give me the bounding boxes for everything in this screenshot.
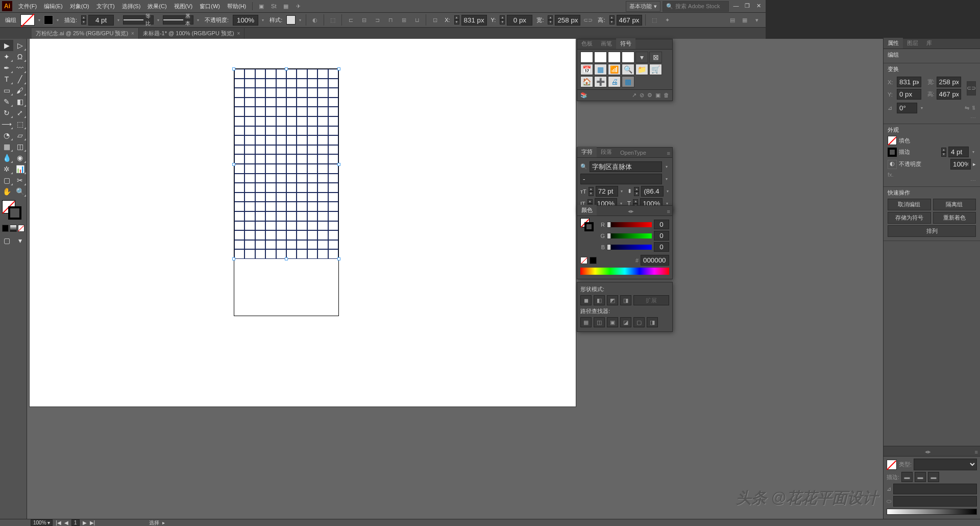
hand-tool[interactable]: ✋ [0, 186, 13, 197]
close-button[interactable]: ✕ [753, 2, 764, 10]
menu-view[interactable]: 视图(V) [171, 1, 196, 12]
symbol-options-icon[interactable]: ⚙ [647, 92, 652, 99]
stroke-profile[interactable]: 等比 [123, 15, 154, 25]
gpu-icon[interactable]: ✈ [293, 2, 303, 11]
stroke-dropdown[interactable]: ▾ [55, 15, 60, 25]
panel-menu-icon[interactable]: ≡ [665, 149, 672, 157]
panel-settings-icon[interactable]: ▦ [739, 14, 750, 26]
close-icon[interactable]: × [131, 31, 134, 36]
menu-help[interactable]: 帮助(H) [224, 1, 249, 12]
delete-symbol-icon[interactable]: 🗑 [664, 92, 669, 99]
bridge-icon[interactable]: ▣ [257, 2, 266, 11]
screen-mode-normal[interactable]: ▢ [0, 235, 13, 246]
tab-brushes[interactable]: 画笔 [597, 38, 616, 49]
symbol-item[interactable] [580, 52, 593, 63]
unite-icon[interactable]: ◼ [580, 295, 592, 305]
menu-file[interactable]: 文件(F) [15, 1, 40, 12]
lasso-tool[interactable]: Ω [13, 51, 27, 62]
symbol-pattern-icon[interactable]: ▩ [622, 76, 634, 87]
tab-swatches[interactable]: 色板 [577, 38, 597, 49]
align-to-icon[interactable]: ⬚ [327, 14, 338, 26]
dock-panels-icon[interactable]: ▤ [727, 14, 738, 26]
pen-tool[interactable]: ✒ [0, 62, 13, 74]
symbol-home-icon[interactable]: 🏠 [580, 76, 593, 87]
color-stroke-swatch[interactable] [584, 222, 594, 231]
g-value[interactable] [654, 231, 669, 241]
x-input[interactable] [461, 15, 487, 26]
exclude-icon[interactable]: ◨ [620, 295, 631, 305]
fill-swatch[interactable] [20, 14, 35, 26]
brush-profile[interactable]: 基本 [163, 15, 193, 25]
graph-tool[interactable]: 📊 [13, 163, 27, 175]
spectrum-picker[interactable] [580, 268, 669, 275]
font-style-input[interactable] [580, 174, 662, 184]
menu-select[interactable]: 选择(S) [119, 1, 144, 12]
shaper-tool[interactable]: ✎ [0, 96, 13, 107]
doc-tab-0[interactable]: 万粉纪念.ai @ 25% (RGB/GPU 预览) × [32, 28, 139, 39]
doc-tab-1[interactable]: 未标题-1* @ 100% (RGB/GPU 预览) × [139, 28, 245, 39]
shape-edit-icon[interactable]: ✦ [662, 14, 673, 26]
menu-type[interactable]: 文字(T) [93, 1, 118, 12]
tab-color[interactable]: 颜色 [577, 205, 597, 216]
panel-menu-icon[interactable]: ▾ [751, 14, 763, 26]
eyedropper-tool[interactable]: 💧 [0, 152, 13, 163]
fill-dropdown[interactable]: ▾ [37, 15, 42, 25]
free-transform-tool[interactable]: ⬚ [13, 118, 27, 130]
symbol-dropdown[interactable]: ▾ [635, 52, 648, 63]
menu-effect[interactable]: 效果(C) [144, 1, 169, 12]
w-input[interactable] [555, 15, 580, 26]
align-hcenter-icon[interactable]: ⊟ [358, 14, 370, 26]
symbol-sprayer-tool[interactable]: ✲ [0, 163, 13, 175]
font-family-input[interactable] [590, 161, 662, 172]
panel-collapse-icon[interactable]: ◂▸ [626, 207, 636, 216]
h-input[interactable] [617, 15, 642, 26]
g-slider[interactable] [607, 233, 652, 238]
sel-handle[interactable] [285, 257, 288, 260]
menu-window[interactable]: 窗口(W) [197, 1, 223, 12]
slice-tool[interactable]: ✂ [13, 175, 27, 186]
sel-handle[interactable] [337, 257, 340, 260]
line-tool[interactable]: ╱ [13, 74, 27, 85]
panel-menu-icon[interactable]: ≡ [665, 207, 672, 216]
symbol-grid-icon[interactable]: ▦ [594, 64, 607, 75]
font-size-input[interactable] [596, 186, 618, 197]
gradient-tool[interactable]: ◫ [13, 141, 27, 152]
divide-icon[interactable]: ▦ [580, 317, 592, 327]
rectangle-tool[interactable]: ▭ [0, 85, 13, 96]
tab-symbols[interactable]: 符号 [616, 38, 635, 49]
minimize-button[interactable]: — [731, 2, 741, 10]
black-swatch[interactable] [590, 257, 597, 264]
r-value[interactable] [654, 220, 669, 229]
sel-handle[interactable] [337, 67, 340, 70]
tab-paragraph[interactable]: 段落 [597, 147, 616, 157]
zoom-tool[interactable]: 🔍 [13, 186, 27, 197]
symbol-item[interactable] [622, 52, 634, 63]
symbol-calendar-icon[interactable]: 📅 [580, 64, 593, 75]
recolor-icon[interactable]: ◐ [309, 14, 321, 26]
width-tool[interactable]: ⟶ [0, 118, 13, 130]
transform-anchor-icon[interactable]: ⊡ [429, 14, 440, 26]
leading-input[interactable] [641, 186, 664, 197]
close-icon[interactable]: × [237, 31, 240, 36]
b-slider[interactable] [607, 245, 652, 250]
new-symbol-icon[interactable]: ▣ [655, 92, 660, 99]
minus-front-icon[interactable]: ◧ [594, 295, 605, 305]
sel-handle[interactable] [232, 163, 235, 166]
fill-stroke-indicator[interactable] [2, 200, 24, 221]
gradient-mode-icon[interactable] [10, 225, 16, 232]
sel-handle[interactable] [285, 67, 288, 70]
stroke-swatch[interactable] [44, 15, 53, 25]
tab-character[interactable]: 字符 [577, 147, 597, 157]
search-stock[interactable]: 🔍 搜索 Adobe Stock [663, 1, 729, 12]
symbol-item[interactable] [608, 52, 621, 63]
type-tool[interactable]: T [0, 74, 13, 85]
symbol-delete[interactable]: ⊠ [649, 52, 662, 63]
sel-handle[interactable] [232, 67, 235, 70]
direct-selection-tool[interactable]: ▷ [13, 40, 27, 51]
trim-icon[interactable]: ◫ [594, 317, 605, 327]
align-right-icon[interactable]: ⊐ [372, 14, 383, 26]
font-search-icon[interactable]: 🔍 [580, 163, 587, 170]
stroke-weight-dd[interactable]: ▾ [116, 15, 121, 25]
paintbrush-tool[interactable]: 🖌 [13, 85, 27, 96]
y-input[interactable] [507, 15, 532, 26]
